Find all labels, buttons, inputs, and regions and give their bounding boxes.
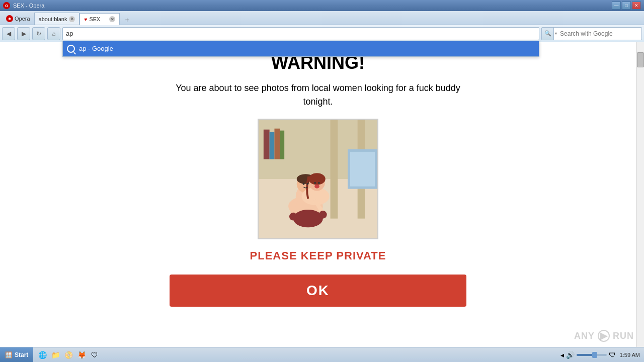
taskbar-right: ◂ 🔊 🛡 1:59 AM [556,351,644,359]
taskbar-icon-firefox[interactable]: 🦊 [76,350,87,360]
reload-button[interactable]: ↻ [32,27,45,40]
new-tab-button[interactable]: + [122,15,132,25]
start-label: Start [15,351,28,358]
address-dropdown: ap - Google [62,41,539,57]
start-orb: 🪟 [5,351,13,358]
dropdown-item-ap-google[interactable]: ap - Google [63,41,539,56]
opera-title-icon: O [3,2,10,9]
back-button[interactable]: ◀ [2,27,15,40]
taskbar-tray: ◂ 🔊 🛡 [560,351,616,359]
address-bar-container: ap - Google [62,27,539,40]
svg-point-20 [306,183,308,185]
taskbar-clock: 1:59 AM [620,352,640,358]
tab-heart-icon: ♥ [84,17,87,22]
tray-arrow[interactable]: ◂ [560,351,564,359]
svg-rect-25 [350,152,375,187]
maximize-button[interactable]: □ [622,2,631,10]
start-button[interactable]: 🪟 Start [0,347,33,363]
title-bar-left: O SEX - Opera [3,2,44,9]
opera-label: Opera [15,16,30,22]
tray-volume[interactable]: 🔊 [566,351,575,359]
search-input[interactable] [558,30,641,37]
svg-point-17 [289,213,297,221]
svg-point-18 [319,211,327,219]
volume-thumb [592,352,597,358]
search-dropdown-arrow[interactable]: ▾ [554,31,558,36]
svg-rect-6 [270,132,275,159]
tab-about-blank-label: about:blank [39,16,67,22]
search-bar-container: 🔍 ▾ [541,27,642,40]
tab-bar: Opera about:blank ✕ ♥ SEX ✕ + [0,11,644,25]
tab-about-blank-close[interactable]: ✕ [69,16,75,22]
svg-point-15 [308,173,325,185]
svg-point-22 [318,182,320,184]
svg-rect-8 [280,131,284,159]
scrollbar-thumb[interactable] [637,52,644,67]
tab-sex[interactable]: ♥ SEX ✕ [79,13,120,25]
dropdown-item-label: ap - Google [79,45,113,52]
taskbar-icon-ie[interactable]: 🌐 [37,350,47,360]
volume-bar[interactable] [577,354,607,356]
cartoon-image [258,119,378,239]
page-content: WARNING! You are about to see photos fro… [0,42,636,347]
address-bar[interactable] [62,27,539,40]
warning-text: You are about to see photos from local w… [167,81,469,109]
opera-logo-icon [6,15,13,22]
taskbar-icons: 🌐 📁 📀 🦊 🛡 [33,350,104,360]
svg-point-23 [314,185,319,189]
svg-point-21 [314,182,316,184]
private-text: PLEASE KEEP PRIVATE [250,249,386,262]
taskbar-icon-folder[interactable]: 📁 [50,350,60,360]
title-bar: O SEX - Opera — □ ✕ [0,0,644,11]
tray-security[interactable]: 🛡 [609,351,616,359]
svg-point-19 [303,183,305,185]
nav-bar: ◀ ▶ ↻ ⌂ ap - Google 🔍 ▾ [0,25,644,42]
browser-content: WARNING! You are about to see photos fro… [0,42,644,347]
window-title: SEX - Opera [13,3,44,9]
minimize-button[interactable]: — [612,2,621,10]
ok-button[interactable]: OK [170,275,466,307]
title-bar-controls: — □ ✕ [612,2,641,10]
scrollbar[interactable] [636,42,644,347]
svg-point-16 [293,210,323,227]
forward-button[interactable]: ▶ [17,27,30,40]
search-icon [67,45,75,53]
close-button[interactable]: ✕ [632,2,641,10]
taskbar: 🪟 Start 🌐 📁 📀 🦊 🛡 ◂ 🔊 🛡 1:59 AM [0,347,644,362]
taskbar-icon-security[interactable]: 🛡 [90,350,100,360]
opera-menu-button[interactable]: Opera [2,13,34,25]
svg-rect-7 [274,129,280,159]
svg-rect-3 [331,120,338,219]
tab-about-blank[interactable]: about:blank ✕ [34,13,80,25]
taskbar-icon-media[interactable]: 📀 [63,350,73,360]
search-engine-button[interactable]: 🔍 [542,28,554,40]
home-button[interactable]: ⌂ [47,27,60,40]
tab-sex-label: SEX [89,16,100,22]
svg-rect-5 [264,130,270,159]
tab-sex-close[interactable]: ✕ [109,16,115,22]
